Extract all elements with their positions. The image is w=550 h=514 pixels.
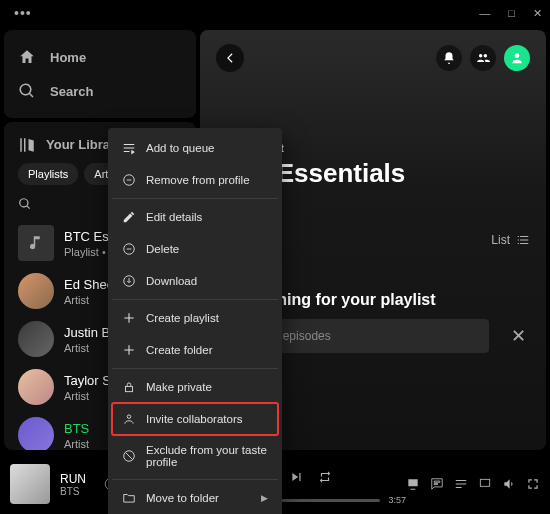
home-icon	[18, 48, 36, 66]
library-search-icon[interactable]	[18, 197, 32, 211]
now-playing-art[interactable]	[10, 464, 50, 504]
app-menu-dots[interactable]: •••	[8, 5, 32, 21]
search-icon	[18, 82, 36, 100]
svg-point-5	[127, 415, 131, 419]
context-menu-item-invite-collaborators[interactable]: Invite collaborators	[112, 403, 278, 435]
fullscreen-icon[interactable]	[526, 477, 540, 491]
view-toggle-label: List	[491, 233, 510, 247]
window-minimize-icon[interactable]: —	[479, 7, 490, 20]
user-icon	[510, 51, 524, 65]
plus-icon	[122, 311, 136, 325]
library-icon	[18, 136, 36, 154]
find-close-button[interactable]: ✕	[507, 321, 530, 351]
nav-search-label: Search	[50, 84, 93, 99]
people-icon	[476, 51, 490, 65]
library-item-name: BTS	[64, 421, 89, 436]
context-menu-item-create-playlist[interactable]: Create playlist	[112, 302, 278, 334]
context-menu-item-move-to-folder[interactable]: Move to folder▶	[112, 482, 278, 514]
folder-icon	[122, 491, 136, 505]
volume-icon[interactable]	[502, 477, 516, 491]
list-icon	[516, 233, 530, 247]
nav-home[interactable]: Home	[18, 40, 182, 74]
lyrics-icon[interactable]	[430, 477, 444, 491]
context-menu-item-edit-details[interactable]: Edit details	[112, 201, 278, 233]
chevron-left-icon	[223, 51, 237, 65]
svg-point-0	[515, 53, 520, 58]
devices-icon[interactable]	[478, 477, 492, 491]
friends-button[interactable]	[470, 45, 496, 71]
next-icon[interactable]	[290, 470, 304, 484]
filter-chip-playlists[interactable]: Playlists	[18, 163, 78, 185]
library-header[interactable]: Your Library	[18, 136, 122, 154]
context-menu-item-add-to-queue[interactable]: Add to queue	[112, 132, 278, 164]
svg-rect-4	[126, 386, 133, 391]
library-item-art	[18, 225, 54, 261]
time-total: 3:57	[388, 495, 406, 505]
library-item-art	[18, 417, 54, 450]
repeat-icon[interactable]	[318, 470, 332, 484]
library-item-art	[18, 273, 54, 309]
now-playing-title[interactable]: RUN	[60, 472, 86, 486]
context-menu-item-exclude-from-your-taste-profile[interactable]: Exclude from your taste profile	[112, 435, 278, 477]
delete-icon	[122, 242, 136, 256]
library-item-art	[18, 321, 54, 357]
playlist-context-menu: Add to queueRemove from profileEdit deta…	[108, 128, 282, 514]
context-menu-item-make-private[interactable]: Make private	[112, 371, 278, 403]
notifications-button[interactable]	[436, 45, 462, 71]
bell-icon	[442, 51, 456, 65]
svg-rect-8	[480, 479, 489, 486]
queue-icon[interactable]	[454, 477, 468, 491]
window-maximize-icon[interactable]: □	[508, 7, 515, 20]
user-profile-button[interactable]	[504, 45, 530, 71]
context-menu-item-download[interactable]: Download	[112, 265, 278, 297]
plus-icon	[122, 343, 136, 357]
context-menu-item-delete[interactable]: Delete	[112, 233, 278, 265]
now-playing-artist[interactable]: BTS	[60, 486, 86, 497]
nav-home-label: Home	[50, 50, 86, 65]
submenu-arrow-icon: ▶	[261, 493, 268, 503]
now-playing-view-icon[interactable]	[406, 477, 420, 491]
lock-icon	[122, 380, 136, 394]
queue-icon	[122, 141, 136, 155]
edit-icon	[122, 210, 136, 224]
library-item-subtitle: Artist	[64, 438, 89, 450]
user-icon	[122, 412, 136, 426]
nav-search[interactable]: Search	[18, 74, 182, 108]
exclude-icon	[122, 449, 136, 463]
download-icon	[122, 274, 136, 288]
context-menu-item-create-folder[interactable]: Create folder	[112, 334, 278, 366]
context-menu-item-remove-from-profile[interactable]: Remove from profile	[112, 164, 278, 196]
remove-icon	[122, 173, 136, 187]
back-button[interactable]	[216, 44, 244, 72]
library-item-art	[18, 369, 54, 405]
window-close-icon[interactable]: ✕	[533, 7, 542, 20]
